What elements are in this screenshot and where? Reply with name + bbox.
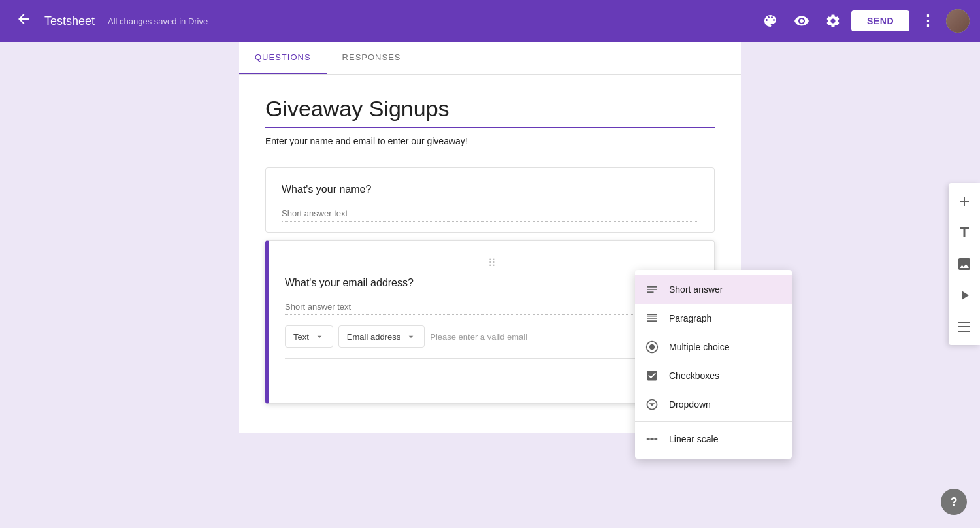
help-icon: ? [951, 495, 958, 509]
dropdown-item-short-answer[interactable]: Short answer [635, 275, 792, 304]
add-section-button[interactable] [949, 311, 980, 342]
svg-point-1 [649, 344, 655, 350]
add-video-button[interactable] [949, 280, 980, 311]
form-description: Enter your name and email to enter our g… [265, 136, 715, 146]
help-button[interactable]: ? [941, 489, 967, 515]
tabs-bar: QUESTIONS RESPONSES [239, 42, 741, 75]
form-container: QUESTIONS RESPONSES Giveaway Signups Ent… [239, 42, 741, 528]
dropdown-item-dropdown[interactable]: Dropdown [635, 390, 792, 419]
dropdown-item-checkboxes-label: Checkboxes [669, 371, 719, 381]
dropdown-item-multiple-choice[interactable]: Multiple choice [635, 333, 792, 361]
validation-type-dropdown[interactable]: Text [285, 325, 333, 348]
back-button[interactable] [10, 6, 37, 36]
add-image-button[interactable] [949, 248, 980, 280]
question-type-dropdown-menu: Short answer Paragraph Multiple choice C… [635, 270, 792, 459]
dropdown-item-linear-scale-label: Linear scale [669, 434, 719, 444]
dropdown-item-short-answer-label: Short answer [669, 284, 723, 295]
dropdown-item-paragraph[interactable]: Paragraph [635, 304, 792, 333]
main-content: QUESTIONS RESPONSES Giveaway Signups Ent… [0, 42, 980, 528]
palette-icon[interactable] [757, 8, 783, 34]
tab-questions[interactable]: QUESTIONS [239, 42, 327, 74]
question-1-label: What's your name? [282, 184, 698, 195]
form-title: Giveaway Signups [265, 96, 715, 128]
question-card-2: ⠿ What's your email address? Text Email … [265, 240, 715, 404]
drag-handle[interactable]: ⠿ [285, 257, 698, 269]
header-left: Testsheet All changes saved in Drive [10, 6, 757, 36]
app-title: Testsheet [44, 14, 95, 28]
validation-error-text: Please enter a valid email [430, 332, 527, 342]
dropdown-divider [635, 421, 792, 422]
question-card-1: What's your name? [265, 167, 715, 233]
dropdown-item-multiple-choice-label: Multiple choice [669, 342, 730, 352]
send-button[interactable]: SEND [851, 10, 909, 31]
right-toolbar [949, 183, 980, 345]
validation-rule-label: Email address [347, 332, 400, 342]
avatar[interactable] [946, 9, 970, 33]
dropdown-item-linear-scale[interactable]: Linear scale [635, 425, 792, 454]
question-1-input[interactable] [282, 206, 698, 222]
preview-icon[interactable] [789, 8, 815, 34]
validation-rule-dropdown[interactable]: Email address [338, 325, 425, 348]
form-body: Giveaway Signups Enter your name and ema… [239, 75, 741, 433]
saved-status: All changes saved in Drive [108, 16, 208, 26]
settings-icon[interactable] [820, 8, 846, 34]
tab-responses[interactable]: RESPONSES [327, 42, 417, 74]
validation-type-label: Text [293, 332, 309, 342]
header-right: SEND ⋮ [757, 8, 970, 34]
add-question-button[interactable] [949, 186, 980, 217]
add-title-button[interactable] [949, 217, 980, 248]
dropdown-item-dropdown-label: Dropdown [669, 399, 711, 410]
dropdown-item-paragraph-label: Paragraph [669, 313, 711, 323]
more-options-icon[interactable]: ⋮ [915, 8, 941, 34]
dropdown-item-checkboxes[interactable]: Checkboxes [635, 361, 792, 390]
app-header: Testsheet All changes saved in Drive SEN… [0, 0, 980, 42]
